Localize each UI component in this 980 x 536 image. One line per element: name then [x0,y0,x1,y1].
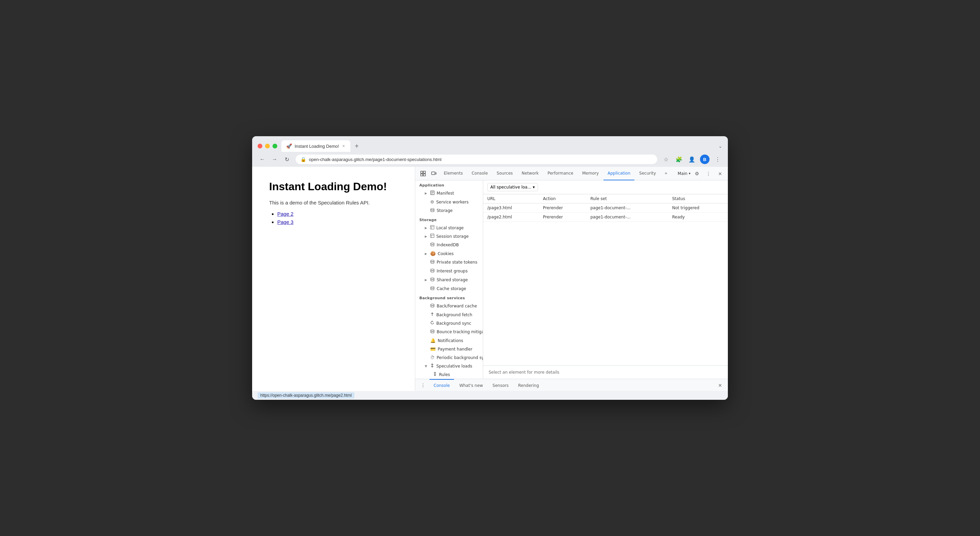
expand-arrow-icon: ▶ [425,278,428,282]
col-header-action: Action [539,194,587,204]
sidebar-item-cookies[interactable]: ▶ 🍪 Cookies [415,249,483,258]
bottom-close-button[interactable]: × [715,380,725,390]
rules-icon [433,372,437,377]
sidebar-item-cache-storage[interactable]: Cache storage [415,284,483,293]
sidebar-item-rules[interactable]: Rules [415,370,483,379]
speculation-table: URL Action Rule set Status /page3.html P… [483,194,728,366]
tab-title: Instant Loading Demo! [294,144,339,149]
sidebar-item-storage-app[interactable]: Storage [415,206,483,215]
back-button[interactable]: ← [258,154,267,164]
responsive-mode-button[interactable] [429,169,439,179]
periodic-bg-sync-icon: ⏱ [430,355,434,360]
sidebar-item-local-storage[interactable]: ▶ Local storage [415,224,483,232]
list-item: Page 2 [277,211,398,217]
sidebar-item-shared-storage[interactable]: ▶ Shared storage [415,275,483,284]
svg-point-24 [431,278,434,279]
payment-handler-label: Payment handler [438,347,473,352]
url-text: open-chalk-asparagus.glitch.me/page1-doc… [309,157,441,162]
tab-more[interactable]: » [660,167,671,180]
col-header-status: Status [668,194,728,204]
filter-arrow-icon: ▾ [533,185,535,189]
tab-console[interactable]: Console [468,167,492,180]
avatar[interactable]: B [700,154,710,164]
active-tab[interactable]: 🚀 Instant Loading Demo! × [282,140,350,152]
service-workers-label: Service workers [436,200,469,205]
extensions-button[interactable]: 🧩 [674,154,684,164]
devtools-more-button[interactable]: ⋮ [703,169,714,179]
tab-favicon-icon: 🚀 [286,143,292,149]
sidebar-item-indexeddb[interactable]: IndexedDB [415,240,483,249]
bottom-tab-sensors[interactable]: Sensors [488,379,512,391]
tab-elements[interactable]: Elements [440,167,467,180]
table-row[interactable]: /page2.html Prerender page1-document-...… [483,213,728,222]
row-action: Prerender [539,204,587,213]
svg-rect-0 [421,171,423,173]
sidebar-item-payment-handler[interactable]: 💳 Payment handler [415,345,483,353]
page-title: Instant Loading Demo! [269,180,398,193]
sidebar-item-background-fetch[interactable]: Background fetch [415,310,483,319]
svg-rect-5 [435,173,436,174]
tab-close-button[interactable]: × [342,143,345,149]
url-bar[interactable]: 🔒 open-chalk-asparagus.glitch.me/page1-d… [296,154,657,164]
payment-handler-icon: 💳 [430,347,436,352]
sidebar-item-session-storage[interactable]: ▶ Session storage [415,232,483,240]
sidebar-item-service-workers[interactable]: ⚙ Service workers [415,198,483,206]
account-button[interactable]: 👤 [687,154,697,164]
refresh-button[interactable]: ↻ [282,154,291,164]
close-button[interactable] [258,144,262,148]
svg-point-31 [431,330,434,331]
sidebar-item-interest-groups[interactable]: Interest groups [415,267,483,275]
filter-dropdown[interactable]: All speculative loa... ▾ [487,183,538,191]
background-sync-label: Background sync [436,321,471,326]
speculations-data-table: URL Action Rule set Status /page3.html P… [483,194,728,222]
tab-performance[interactable]: Performance [543,167,578,180]
forward-button[interactable]: → [270,154,279,164]
tab-network[interactable]: Network [517,167,542,180]
title-bar: 🚀 Instant Loading Demo! × + ⌄ [252,136,728,152]
inspect-element-button[interactable] [418,169,428,179]
sidebar-item-bounce-tracking[interactable]: Bounce tracking mitigation [415,328,483,336]
table-row[interactable]: /page3.html Prerender page1-document-...… [483,204,728,213]
bounce-tracking-icon [430,329,434,335]
window-collapse-button[interactable]: ⌄ [718,143,722,149]
bottom-tab-console[interactable]: Console [430,379,454,391]
bottom-more-button[interactable]: ⋮ [418,380,428,390]
bookmark-button[interactable]: ☆ [661,154,671,164]
more-button[interactable]: ⋮ [713,154,722,164]
cache-storage-icon [430,286,434,291]
context-label: Main [678,171,687,176]
filter-label: All speculative loa... [490,185,531,189]
sidebar-item-notifications[interactable]: 🔔 Notifications [415,336,483,345]
tab-sources[interactable]: Sources [493,167,517,180]
minimize-button[interactable] [265,144,270,148]
bounce-tracking-label: Bounce tracking mitigation [437,329,483,334]
bottom-tab-whats-new[interactable]: What's new [455,379,487,391]
new-tab-button[interactable]: + [352,141,362,151]
devtools-body: Application ▶ Manifest ⚙ Service workers [415,180,728,379]
tab-memory[interactable]: Memory [578,167,603,180]
nav-buttons: ← → ↻ [258,154,291,164]
bottom-tab-rendering[interactable]: Rendering [514,379,543,391]
back-forward-cache-icon [430,303,434,309]
page3-link[interactable]: Page 3 [277,219,294,225]
sidebar-item-back-forward-cache[interactable]: Back/forward cache [415,302,483,310]
indexeddb-label: IndexedDB [437,243,459,247]
page2-link[interactable]: Page 2 [277,211,294,217]
sidebar-item-speculative-loads[interactable]: ▼ Speculative loads [415,362,483,370]
sidebar-item-periodic-bg-sync[interactable]: ⏱ Periodic background sync [415,353,483,362]
shared-storage-icon [430,277,434,283]
sidebar-item-private-state-tokens[interactable]: Private state tokens [415,258,483,267]
sidebar-item-background-sync[interactable]: Background sync [415,319,483,328]
devtools-settings-button[interactable]: ⚙ [692,169,702,179]
context-arrow[interactable]: ▾ [689,172,690,175]
local-storage-label: Local storage [436,226,464,230]
tab-application[interactable]: Application [603,167,635,180]
devtools-bottom-bar: ⋮ Console What's new Sensors Rendering × [415,379,728,391]
tab-security[interactable]: Security [635,167,660,180]
svg-point-29 [431,306,434,307]
status-bar: https://open-chalk-asparagus.glitch.me/p… [252,391,728,400]
maximize-button[interactable] [272,144,277,148]
devtools-close-button[interactable]: × [715,169,725,179]
sidebar-item-manifest[interactable]: ▶ Manifest [415,189,483,198]
svg-point-25 [431,280,434,281]
